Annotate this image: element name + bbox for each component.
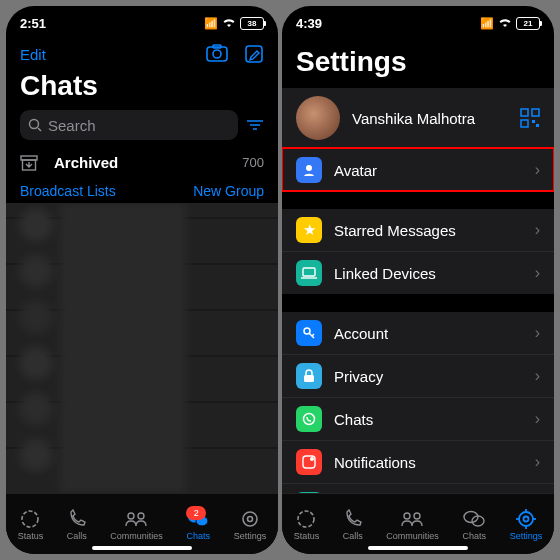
communities-icon <box>400 508 424 530</box>
svg-point-33 <box>298 511 314 527</box>
chevron-right-icon: › <box>535 367 540 385</box>
wifi-icon <box>222 18 236 28</box>
tab-communities[interactable]: Communities <box>110 508 163 541</box>
search-input[interactable]: Search <box>20 110 238 140</box>
svg-point-34 <box>404 513 410 519</box>
communities-icon <box>124 508 148 530</box>
signal-icon: 📶 <box>204 17 218 30</box>
search-icon <box>28 118 42 132</box>
search-placeholder: Search <box>48 117 96 134</box>
svg-point-17 <box>247 516 252 521</box>
lock-icon <box>296 363 322 389</box>
tab-calls[interactable]: Calls <box>67 508 87 541</box>
page-title: Chats <box>6 68 278 110</box>
laptop-icon <box>296 260 322 286</box>
home-indicator <box>368 546 468 550</box>
tab-status[interactable]: Status <box>294 508 320 541</box>
chats-badge: 2 <box>186 506 206 520</box>
svg-point-35 <box>414 513 420 519</box>
svg-point-32 <box>310 457 314 461</box>
tab-status[interactable]: Status <box>18 508 44 541</box>
whatsapp-icon <box>296 406 322 432</box>
svg-rect-0 <box>207 47 227 61</box>
linked-row[interactable]: Linked Devices › <box>282 251 554 294</box>
new-group-link[interactable]: New Group <box>193 183 264 199</box>
avatar <box>296 96 340 140</box>
phone-icon <box>343 508 363 530</box>
chats-row[interactable]: Chats › <box>282 397 554 440</box>
compose-icon[interactable] <box>244 44 264 64</box>
privacy-row[interactable]: Privacy › <box>282 354 554 397</box>
status-ring-icon <box>19 508 41 530</box>
tab-chats[interactable]: Chats <box>462 508 486 541</box>
gear-icon <box>515 508 537 530</box>
svg-point-1 <box>213 50 221 58</box>
account-row[interactable]: Account › <box>282 312 554 354</box>
svg-point-23 <box>306 165 312 171</box>
profile-name: Vanshika Malhotra <box>352 110 508 127</box>
gear-icon <box>239 508 261 530</box>
svg-line-28 <box>312 334 314 336</box>
archive-icon <box>20 155 40 171</box>
archived-label: Archived <box>54 154 228 171</box>
filter-icon[interactable] <box>246 118 264 132</box>
chevron-right-icon: › <box>535 264 540 282</box>
chevron-right-icon: › <box>535 221 540 239</box>
svg-line-5 <box>38 128 41 131</box>
tab-chats[interactable]: 2 Chats <box>186 508 210 541</box>
star-icon: ★ <box>296 217 322 243</box>
avatar-row[interactable]: Avatar › <box>282 148 554 191</box>
tab-calls[interactable]: Calls <box>343 508 363 541</box>
qr-icon[interactable] <box>520 108 540 128</box>
status-ring-icon <box>295 508 317 530</box>
payments-row[interactable]: ₹ Payments › <box>282 483 554 493</box>
svg-rect-18 <box>521 109 528 116</box>
key-icon <box>296 320 322 346</box>
archived-count: 700 <box>242 155 264 170</box>
broadcast-lists-link[interactable]: Broadcast Lists <box>20 183 116 199</box>
chevron-right-icon: › <box>535 410 540 428</box>
clock: 4:39 <box>296 16 322 31</box>
archived-row[interactable]: Archived 700 <box>6 148 278 177</box>
svg-point-30 <box>304 414 315 425</box>
chat-bubbles-icon <box>462 508 486 530</box>
battery-icon: 21 <box>516 17 540 30</box>
svg-point-13 <box>138 513 144 519</box>
starred-row[interactable]: ★ Starred Messages › <box>282 209 554 251</box>
tab-bar: Status Calls Communities 2 Chats Setting… <box>6 493 278 554</box>
settings-screen: 4:39 📶 21 Settings Vanshika Malhotra <box>282 6 554 554</box>
tab-communities[interactable]: Communities <box>386 508 439 541</box>
svg-rect-19 <box>532 109 539 116</box>
tab-settings[interactable]: Settings <box>510 508 543 541</box>
svg-point-38 <box>519 512 533 526</box>
svg-rect-29 <box>304 375 314 382</box>
notifications-row[interactable]: Notifications › <box>282 440 554 483</box>
phone-icon <box>67 508 87 530</box>
avatar-icon <box>296 157 322 183</box>
chevron-right-icon: › <box>535 453 540 471</box>
svg-rect-20 <box>521 120 528 127</box>
wifi-icon <box>498 18 512 28</box>
chat-list-blurred <box>6 203 278 493</box>
svg-point-4 <box>30 120 39 129</box>
edit-button[interactable]: Edit <box>20 46 46 63</box>
chevron-right-icon: › <box>535 161 540 179</box>
svg-point-39 <box>523 516 528 521</box>
page-title: Settings <box>282 40 554 86</box>
svg-point-11 <box>22 511 38 527</box>
svg-point-16 <box>243 512 257 526</box>
profile-row[interactable]: Vanshika Malhotra <box>282 88 554 148</box>
tab-settings[interactable]: Settings <box>234 508 267 541</box>
notification-badge-icon <box>296 449 322 475</box>
svg-point-12 <box>128 513 134 519</box>
status-bar: 2:51 📶 38 <box>6 6 278 40</box>
signal-icon: 📶 <box>480 17 494 30</box>
home-indicator <box>92 546 192 550</box>
svg-rect-21 <box>532 120 535 123</box>
chevron-right-icon: › <box>535 324 540 342</box>
clock: 2:51 <box>20 16 46 31</box>
camera-icon[interactable] <box>206 44 228 64</box>
tab-bar: Status Calls Communities Chats Settings <box>282 493 554 554</box>
battery-icon: 38 <box>240 17 264 30</box>
status-bar: 4:39 📶 21 <box>282 6 554 40</box>
